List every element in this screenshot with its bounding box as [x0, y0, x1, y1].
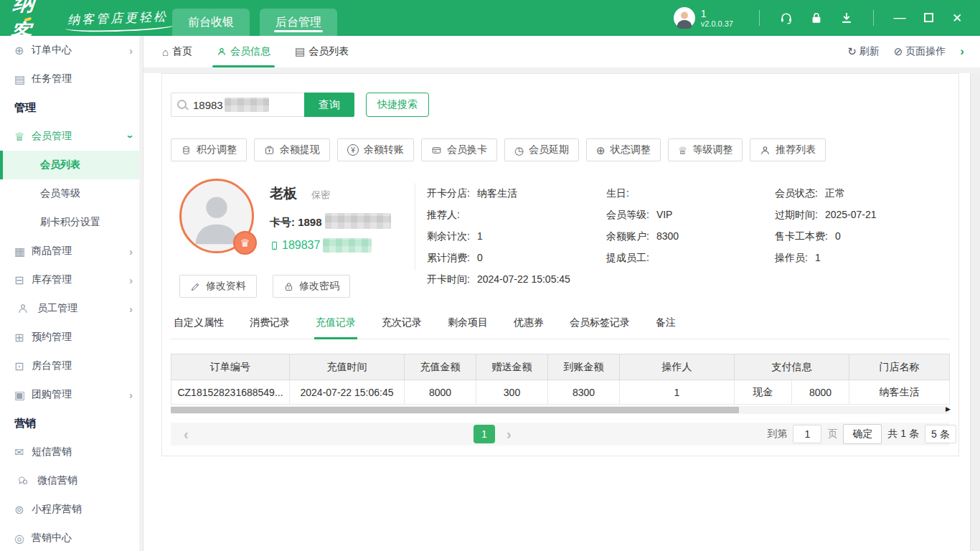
lock-icon: [283, 281, 294, 292]
sidebar-item-staff-manage[interactable]: 员工管理 ›: [0, 294, 143, 323]
brand: 纳客 纳客管店更轻松: [11, 0, 168, 36]
tab-custom-attrs[interactable]: 自定义属性: [172, 316, 225, 339]
points-adjust-button[interactable]: 积分调整: [171, 138, 247, 161]
mail-icon: ✉: [14, 446, 32, 459]
horizontal-scrollbar[interactable]: ▶: [171, 406, 949, 414]
crumb-tab-member-list[interactable]: ▤ 会员列表: [295, 36, 349, 67]
close-button[interactable]: ✕: [943, 11, 971, 26]
maximize-button[interactable]: [914, 11, 943, 25]
tab-times-records[interactable]: 充次记录: [380, 316, 423, 339]
tab-recharge-records[interactable]: 充值记录: [314, 316, 357, 339]
download-button[interactable]: [831, 11, 862, 25]
divider: [415, 183, 415, 270]
quick-search-button[interactable]: 快捷搜索: [366, 93, 429, 117]
sidebar-item-member-manage[interactable]: ♕ 会员管理 ›: [0, 122, 143, 151]
status-adjust-button[interactable]: ⊕ 状态调整: [586, 138, 661, 161]
sidebar-item-groupbuy-manage[interactable]: ▣ 团购管理 ›: [0, 380, 143, 409]
search-icon: [177, 100, 188, 110]
col-payment-info: 支付信息: [735, 354, 849, 380]
col-arrival-amount: 到账金额: [548, 354, 620, 380]
minimize-button[interactable]: —: [885, 11, 914, 25]
referral-list-button[interactable]: 推荐列表: [750, 138, 826, 161]
room-icon: ⊡: [14, 359, 32, 373]
sidebar-item-room-manage[interactable]: ⊡ 房台管理: [0, 352, 143, 380]
card-replace-button[interactable]: 会员换卡: [421, 138, 497, 161]
scroll-right-arrow-icon[interactable]: ▶: [946, 405, 951, 413]
tab-member-tag-records[interactable]: 会员标签记录: [568, 316, 631, 339]
inventory-icon: ⊟: [14, 273, 32, 287]
tab-front-cashier[interactable]: 前台收银: [172, 9, 250, 36]
table-header-row: 订单编号 充值时间 充值金额 赠送金额 到账金额 操作人 支付信息 门店名称: [171, 354, 950, 380]
tab-remaining-items[interactable]: 剩余项目: [446, 316, 489, 339]
expand-arrow[interactable]: ›: [960, 44, 964, 59]
maximize-icon: [924, 13, 933, 22]
user-menu[interactable]: 1 v2.0.0.37: [674, 7, 733, 29]
vertical-scrollbar[interactable]: [970, 73, 980, 551]
table-row[interactable]: CZ181528231688549... 2024-07-22 15:06:45…: [171, 380, 950, 405]
crumb-tab-home[interactable]: ⌂ 首页: [162, 36, 192, 67]
field-expire-time: 过期时间:2025-07-21: [775, 207, 877, 222]
sidebar-item-order-center[interactable]: ⊕ 订单中心 ›: [0, 36, 143, 65]
col-order-no: 订单编号: [171, 354, 290, 380]
crown-icon: ♕: [14, 130, 32, 143]
sidebar-item-member-list[interactable]: 会员列表: [0, 151, 143, 179]
lock-screen-button[interactable]: [801, 11, 831, 25]
field-operator: 操作员:1: [775, 250, 877, 265]
coins-icon: [181, 145, 192, 156]
goto-page-input[interactable]: 1: [793, 425, 821, 443]
lock-icon: [809, 11, 824, 25]
sidebar-item-task-manage[interactable]: ▤ 任务管理: [0, 65, 143, 93]
tab-coupons[interactable]: 优惠券: [512, 316, 545, 339]
sidebar-item-appointment-manage[interactable]: ⊞ 预约管理: [0, 323, 143, 352]
page-operations-button[interactable]: ⊘ 页面操作: [894, 45, 946, 58]
crumb-tab-member-info[interactable]: 会员信息: [217, 36, 270, 67]
query-button[interactable]: 查询: [304, 93, 354, 117]
goto-confirm-button[interactable]: 确定: [843, 424, 882, 444]
edit-password-button[interactable]: 修改密码: [273, 275, 350, 298]
sidebar-item-sms-marketing[interactable]: ✉ 短信营销: [0, 438, 143, 466]
pagination: ‹ 1 › 到第 1 页 确定 共 1 条 5 条: [171, 423, 949, 446]
field-open-store: 开卡分店:纳客生活: [427, 186, 606, 201]
tab-remarks[interactable]: 备注: [654, 316, 677, 339]
scrollbar-thumb[interactable]: [171, 407, 739, 413]
sidebar-item-goods-manage[interactable]: ▦ 商品管理 ›: [0, 237, 143, 265]
member-extend-button[interactable]: ◷ 会员延期: [504, 138, 579, 161]
rank-crown-icon: ♕: [678, 145, 687, 156]
download-icon: [839, 11, 854, 25]
level-adjust-button[interactable]: ♕ 等级调整: [668, 138, 743, 161]
sidebar-item-member-level[interactable]: 会员等级: [0, 179, 143, 208]
miniapp-icon: ⊚: [14, 503, 32, 517]
user-avatar-icon: [674, 7, 695, 29]
field-member-status: 会员状态:正常: [775, 186, 877, 201]
breadcrumb: ⌂ 首页 会员信息 ▤ 会员列表 ↻ 刷新 ⊘: [143, 36, 980, 67]
topbar-right: 1 v2.0.0.37: [674, 0, 971, 36]
crown-icon: ♛: [240, 237, 250, 250]
sidebar-item-inventory-manage[interactable]: ⊟ 库存管理 ›: [0, 265, 143, 294]
sidebar-item-wechat-marketing[interactable]: 微信营销: [0, 466, 143, 495]
current-page-button[interactable]: 1: [473, 425, 495, 443]
field-card-fee: 售卡工本费:0: [775, 229, 877, 244]
prev-page-button[interactable]: ‹: [184, 426, 189, 443]
sidebar-item-miniapp-marketing[interactable]: ⊚ 小程序营销: [0, 495, 143, 524]
tab-consume-records[interactable]: 消费记录: [248, 316, 291, 339]
edit-profile-button[interactable]: 修改资料: [179, 275, 257, 298]
calendar-icon: ⊞: [14, 331, 32, 344]
member-avatar[interactable]: ♛: [179, 179, 254, 253]
sidebar-item-card-points-setting[interactable]: 刷卡积分设置: [0, 208, 143, 237]
balance-transfer-button[interactable]: ¥ 余额转账: [337, 138, 414, 161]
support-button[interactable]: [771, 11, 801, 25]
refresh-button[interactable]: ↻ 刷新: [847, 45, 880, 58]
col-gift-amount: 赠送金额: [476, 354, 548, 380]
next-page-button[interactable]: ›: [507, 426, 512, 443]
member-phone: 189837: [270, 238, 391, 253]
target-icon: ◎: [14, 532, 32, 545]
balance-withdraw-button[interactable]: 余额提现: [254, 138, 330, 161]
sidebar-item-marketing-center[interactable]: ◎ 营销中心: [0, 524, 143, 551]
search-input[interactable]: 18983: [171, 93, 304, 117]
tab-backend-manage[interactable]: 后台管理: [260, 9, 337, 36]
groupbuy-icon: ▣: [14, 388, 32, 402]
close-icon: ✕: [952, 11, 962, 25]
member-info-grid: 开卡分店:纳客生活 推荐人: 剩余计次:1 累计消费:0 开卡时间:2024-0…: [427, 179, 877, 298]
page-size-select[interactable]: 5 条: [925, 425, 956, 443]
col-operator: 操作人: [620, 354, 735, 380]
